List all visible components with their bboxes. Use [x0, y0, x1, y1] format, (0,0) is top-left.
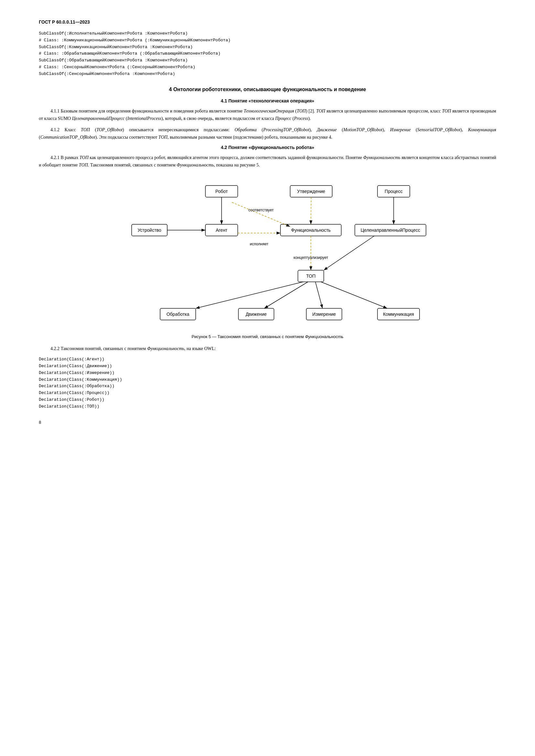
svg-text:Агент: Агент	[216, 228, 228, 233]
para-4-1-2: 4.1.2 Класс ТОП (TOP_OfRobot) описываетс…	[39, 126, 496, 141]
svg-text:исполняет: исполняет	[250, 242, 268, 246]
svg-text:Коммуникация: Коммуникация	[383, 311, 414, 317]
svg-text:ЦеленаправленныйПроцесс: ЦеленаправленныйПроцесс	[361, 228, 420, 233]
figure5-diagram: Робот Утверждение Процесс Устройство Аге…	[122, 176, 439, 332]
svg-line-40	[321, 282, 387, 308]
svg-text:Утверждение: Утверждение	[297, 189, 325, 194]
svg-text:Процесс: Процесс	[384, 189, 402, 194]
diagram-container: Робот Утверждение Процесс Устройство Аге…	[122, 176, 413, 332]
svg-line-37	[196, 282, 303, 308]
svg-text:ТОП: ТОП	[306, 273, 316, 279]
subsection41-heading: 4.1 Понятие «технологическая операция»	[39, 98, 496, 103]
figure-caption: Рисунок 5 — Таксономия понятий, связанны…	[39, 334, 496, 339]
svg-text:Движение: Движение	[245, 311, 267, 317]
page-number: 8	[39, 420, 496, 425]
code-block-bottom: Declaration(Class(:Агент)) Declaration(C…	[39, 356, 496, 410]
svg-line-39	[315, 282, 323, 308]
para-4-1-1: 4.1.1 Базовым понятием для определения ф…	[39, 107, 496, 122]
svg-line-29	[311, 197, 311, 224]
svg-text:концептуализирует: концептуализирует	[294, 255, 328, 260]
svg-text:Измерение: Измерение	[312, 311, 336, 317]
svg-text:соответствует: соответствует	[248, 208, 274, 212]
para-4-2-1: 4.2.1 В рамках ТОП как целенаправленного…	[39, 154, 496, 169]
svg-text:Функциональность: Функциональность	[291, 228, 330, 233]
code-block-top: SubClassOf(:ИсполнительныйКомпонентРобот…	[39, 30, 496, 78]
svg-text:Устройство: Устройство	[137, 228, 161, 233]
section4-heading: 4 Онтологии робототехники, описывающие ф…	[39, 87, 496, 93]
gost-header: ГОСТ Р 60.0.0.11—2023	[39, 19, 496, 25]
svg-text:Робот: Робот	[215, 189, 228, 194]
subsection42-heading: 4.2 Понятие «функциональность робота»	[39, 145, 496, 150]
svg-line-36	[324, 236, 374, 270]
para-4-2-2: 4.2.2 Таксономия понятий, связанных с по…	[39, 345, 496, 352]
svg-line-30	[232, 202, 290, 227]
svg-text:Обработка: Обработка	[167, 311, 189, 317]
